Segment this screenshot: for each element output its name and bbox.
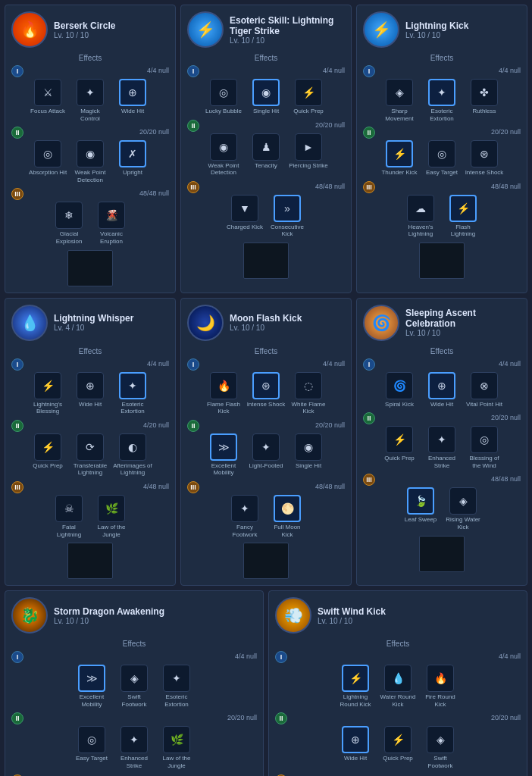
effect-item[interactable]: ◌White Flame Kick xyxy=(289,372,328,415)
effect-icon: ◎ xyxy=(210,79,237,106)
effect-item[interactable]: ✦Esoteric Extortion xyxy=(113,372,152,415)
tier-1: I4/4 null🌀Spiral Kick⊕Wide Hit⊗Vital Poi… xyxy=(363,358,521,408)
effect-label: Quick Prep xyxy=(384,455,415,462)
effect-item[interactable]: ✦Light-Footed xyxy=(246,433,286,470)
tier-2: II20/20 null⚡Quick Prep✦Enhanced Strike◎… xyxy=(363,412,521,469)
effect-icon: ◐ xyxy=(119,433,146,461)
effect-item[interactable]: 🌀Spiral Kick xyxy=(380,372,419,408)
effect-item[interactable]: ◎Absorption Hit xyxy=(28,140,67,177)
effect-item[interactable]: 🔥Flame Flash Kick xyxy=(204,372,243,415)
skill-preview-box[interactable] xyxy=(419,536,465,572)
effect-item[interactable]: ◎Blessing of the Wind xyxy=(465,426,504,469)
skill-preview-box[interactable] xyxy=(243,242,289,279)
tier-1-count: 4/4 null xyxy=(323,67,345,74)
effect-item[interactable]: ⚡Quick Prep xyxy=(289,79,328,115)
effects-section: EffectsI4/4 null◈Sharp Movement✦Esoteric… xyxy=(363,54,521,238)
effect-item[interactable]: ◈Sharp Movement xyxy=(380,79,419,122)
tier-3-count: 48/48 null xyxy=(315,483,345,490)
skill-icon[interactable]: 🌙 xyxy=(187,305,224,341)
effect-item[interactable]: ⊕Wide Hit xyxy=(113,79,152,115)
tier-3-count: 48/48 null xyxy=(139,189,169,197)
effect-item[interactable]: ⊗Vital Point Hit xyxy=(465,372,504,408)
effect-item[interactable]: ✦Enhanced Strike xyxy=(114,726,154,769)
effect-item[interactable]: 🌿Law of the Jungle xyxy=(157,726,196,769)
effect-item[interactable]: ◉Single Hit xyxy=(246,79,286,115)
effect-item[interactable]: ⊕Wide Hit xyxy=(336,726,375,762)
effect-item[interactable]: ⊕Wide Hit xyxy=(422,372,462,408)
effect-item[interactable]: ⟳Transferable Lightning xyxy=(70,433,110,477)
effect-item[interactable]: ◐Afterimages of Lightning xyxy=(113,433,152,477)
skill-icon[interactable]: ⚡ xyxy=(187,11,224,48)
effect-item[interactable]: ⚡Quick Prep xyxy=(28,433,67,470)
effect-icon: ◉ xyxy=(210,133,237,161)
effect-item[interactable]: ≫Excellent Mobility xyxy=(204,433,243,477)
effect-item[interactable]: ✦Esoteric Extortion xyxy=(422,79,462,122)
effect-item[interactable]: ☠Fatal Lightning xyxy=(49,495,89,538)
effect-item[interactable]: ⚡Quick Prep xyxy=(380,426,419,462)
effect-item[interactable]: ◎Easy Target xyxy=(422,140,462,177)
effect-item[interactable]: ⚡Lightning Round Kick xyxy=(336,665,375,708)
effect-item[interactable]: ⚡Quick Prep xyxy=(378,726,418,762)
effect-item[interactable]: 🍃Leaf Sweep xyxy=(401,487,440,524)
effect-item[interactable]: ◉Weak Point Detection xyxy=(70,140,110,183)
effect-item[interactable]: ⊛Intense Shock xyxy=(246,372,286,408)
effect-item[interactable]: ✦Esoteric Extortion xyxy=(157,665,196,708)
effect-label: Water Round Kick xyxy=(378,693,418,708)
effect-item[interactable]: ►Piercing Strike xyxy=(289,133,328,170)
effect-item[interactable]: ⚡Lightning's Blessing xyxy=(28,372,67,415)
skill-icon[interactable]: ⚡ xyxy=(363,11,399,48)
effect-item[interactable]: ▼Charged Kick xyxy=(225,195,264,231)
effect-item[interactable]: ◉Single Hit xyxy=(289,433,328,470)
effect-item[interactable]: ☁Heaven's Lightning xyxy=(401,195,440,238)
skill-icon[interactable]: 🌀 xyxy=(363,305,399,341)
effect-item[interactable]: ✦Enhanced Strike xyxy=(422,426,462,469)
skill-preview-box[interactable] xyxy=(67,250,113,286)
tier-2-count: 20/20 null xyxy=(139,128,169,136)
effect-item[interactable]: 💧Water Round Kick xyxy=(378,665,418,708)
effect-item[interactable]: ◈Swift Footwork xyxy=(421,726,460,769)
effect-item[interactable]: ⚔Focus Attack xyxy=(28,79,67,115)
skill-preview-box[interactable] xyxy=(67,543,113,579)
effect-item[interactable]: ✗Upright xyxy=(113,140,152,177)
effect-item[interactable]: ✤Ruthless xyxy=(465,79,504,115)
effect-item[interactable]: ◉Weak Point Detection xyxy=(204,133,243,177)
skill-icon[interactable]: 🔥 xyxy=(11,11,48,48)
tier-1: I4/4 null≫Excellent Mobility◈Swift Footw… xyxy=(11,651,257,708)
skill-icon[interactable]: 💧 xyxy=(11,305,48,341)
tier-1: I4/4 null⚔Focus Attack✦Magick Control⊕Wi… xyxy=(11,65,169,122)
skill-name: Lightning Kick xyxy=(405,20,468,31)
effect-item[interactable]: ♟Tenacity xyxy=(246,133,286,170)
tier-2-count: 20/20 null xyxy=(491,714,521,721)
effect-label: Vital Point Hit xyxy=(466,401,502,408)
skill-icon[interactable]: 🐉 xyxy=(11,597,48,634)
effect-item[interactable]: ✦Fancy Footwork xyxy=(225,495,264,538)
effect-icon: 🌋 xyxy=(98,202,125,229)
effect-item[interactable]: ⊛Intense Shock xyxy=(465,140,504,177)
effect-item[interactable]: ◈Swift Footwork xyxy=(114,665,154,708)
tier-3-effects: 🍃Leaf Sweep◈Rising Water Kick xyxy=(363,487,521,530)
effect-item[interactable]: 🌿Law of the Jungle xyxy=(92,495,131,538)
effect-item[interactable]: 🌕Full Moon Kick xyxy=(268,495,307,538)
skill-header: ⚡Lightning KickLv. 10 / 10 xyxy=(363,11,521,48)
effect-icon: ◎ xyxy=(34,140,61,167)
effect-item[interactable]: ❄Glacial Explosion xyxy=(49,202,89,245)
skill-icon[interactable]: 💨 xyxy=(275,597,311,634)
effect-item[interactable]: »Consecutive Kick xyxy=(268,195,307,238)
effect-item[interactable]: ≫Excellent Mobility xyxy=(72,665,111,708)
effect-item[interactable]: ⚡Thunder Kick xyxy=(380,140,419,177)
effect-item[interactable]: ◎Easy Target xyxy=(72,726,111,762)
skill-preview-box[interactable] xyxy=(243,543,289,579)
effect-item[interactable]: 🔥Fire Round Kick xyxy=(421,665,460,708)
effect-item[interactable]: ⚡Flash Lightning xyxy=(443,195,483,238)
effect-item[interactable]: ◈Rising Water Kick xyxy=(443,487,483,530)
tier-1-badge: I xyxy=(363,65,375,77)
tier-2: II4/20 null⚡Quick Prep⟳Transferable Ligh… xyxy=(11,420,169,477)
effect-item[interactable]: ✦Magick Control xyxy=(70,79,110,122)
effect-item[interactable]: ⊕Wide Hit xyxy=(70,372,110,408)
effects-title: Effects xyxy=(11,54,169,62)
effect-item[interactable]: ◎Lucky Bubble xyxy=(204,79,243,115)
effect-label: Magick Control xyxy=(70,108,110,122)
effect-item[interactable]: 🌋Volcanic Eruption xyxy=(92,202,131,245)
skill-preview-box[interactable] xyxy=(419,242,465,279)
tier-2-count: 20/20 null xyxy=(315,421,345,429)
